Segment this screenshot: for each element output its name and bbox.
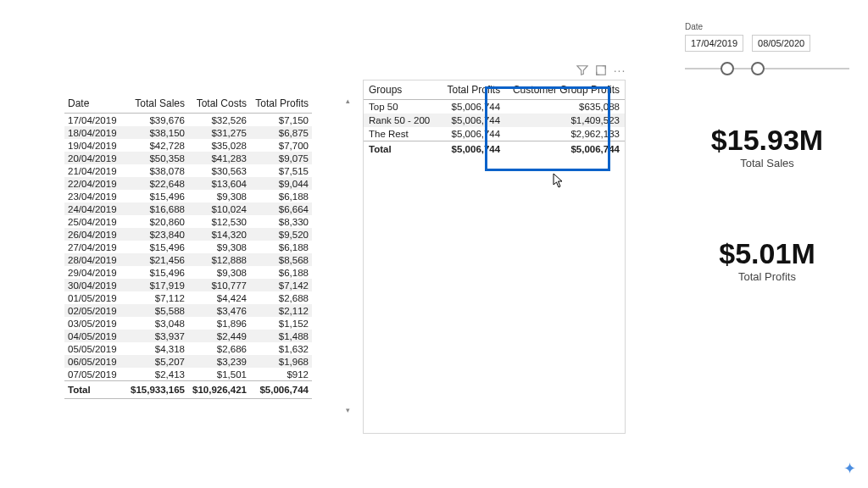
slider-handle-end[interactable]: [751, 62, 765, 75]
kpi-total-profits[interactable]: $5.01M Total Profits: [678, 237, 856, 283]
table-header-row: Date Total Sales Total Costs Total Profi…: [64, 95, 312, 114]
table-row[interactable]: 04/05/2019$3,937$2,449$1,488: [64, 330, 312, 342]
table-row[interactable]: 25/04/2019$20,860$12,530$8,330: [64, 215, 312, 228]
cell-date: 06/05/2019: [64, 355, 124, 368]
col-date[interactable]: Date: [64, 95, 124, 114]
table-row[interactable]: 03/05/2019$3,048$1,896$1,152: [64, 317, 312, 330]
cell-value: $10,024: [188, 202, 250, 215]
more-options-icon[interactable]: ···: [613, 64, 626, 77]
table-row[interactable]: Top 50$5,006,744$635,088: [364, 100, 625, 114]
table-row[interactable]: 24/04/2019$16,688$10,024$6,664: [64, 202, 312, 215]
table-row[interactable]: The Rest$5,006,744$2,962,133: [364, 127, 625, 141]
scroll-track[interactable]: [342, 106, 353, 404]
total-sales: $15,933,165: [124, 381, 188, 399]
total-costs: $10,926,421: [188, 381, 250, 399]
col-total-profits[interactable]: Total Profits: [436, 80, 505, 100]
cell-group: The Rest: [364, 127, 436, 141]
cell-value: $6,188: [250, 190, 312, 202]
cell-value: $32,526: [188, 114, 250, 127]
cell-date: 03/05/2019: [64, 317, 124, 330]
table-row[interactable]: 18/04/2019$38,150$31,275$6,875: [64, 126, 312, 139]
cell-value: $10,777: [188, 279, 250, 291]
col-groups[interactable]: Groups: [364, 80, 436, 100]
table-row[interactable]: 22/04/2019$22,648$13,604$9,044: [64, 177, 312, 190]
cell-value: $23,840: [124, 228, 188, 241]
table-row[interactable]: 05/05/2019$4,318$2,686$1,632: [64, 342, 312, 355]
date-slicer[interactable]: Date 17/04/2019 08/05/2020: [685, 22, 849, 77]
total-profits: $5,006,744: [436, 141, 505, 158]
scroll-down-icon[interactable]: ▾: [342, 404, 353, 415]
cell-value: $2,962,133: [505, 127, 625, 141]
cell-date: 17/04/2019: [64, 114, 124, 127]
date-end-input[interactable]: 08/05/2020: [752, 35, 810, 52]
cell-value: $1,632: [250, 342, 312, 355]
cell-value: $5,006,744: [436, 127, 505, 141]
cell-value: $2,449: [188, 330, 250, 342]
col-total-profits[interactable]: Total Profits: [250, 95, 312, 114]
slider-track[interactable]: [685, 68, 849, 69]
table-row[interactable]: 01/05/2019$7,112$4,424$2,688: [64, 291, 312, 304]
cell-value: $15,496: [124, 190, 188, 202]
filter-icon[interactable]: [576, 64, 589, 77]
table-row[interactable]: 27/04/2019$15,496$9,308$6,188: [64, 241, 312, 253]
cell-date: 01/05/2019: [64, 291, 124, 304]
kpi-label: Total Profits: [678, 270, 856, 283]
table-row[interactable]: 23/04/2019$15,496$9,308$6,188: [64, 190, 312, 202]
table-row[interactable]: 07/05/2019$2,413$1,501$912: [64, 368, 312, 381]
table-row[interactable]: 20/04/2019$50,358$41,283$9,075: [64, 152, 312, 164]
cell-date: 30/04/2019: [64, 279, 124, 291]
cell-value: $7,150: [250, 114, 312, 127]
table-row[interactable]: 29/04/2019$15,496$9,308$6,188: [64, 266, 312, 279]
date-start-input[interactable]: 17/04/2019: [685, 35, 743, 52]
cell-value: $20,860: [124, 215, 188, 228]
cell-value: $8,568: [250, 253, 312, 266]
table-row[interactable]: 30/04/2019$17,919$10,777$7,142: [64, 279, 312, 291]
table-header-row: Groups Total Profits Customer Group Prof…: [364, 80, 625, 100]
cell-value: $1,896: [188, 317, 250, 330]
table-row[interactable]: 26/04/2019$23,840$14,320$9,520: [64, 228, 312, 241]
cell-value: $15,496: [124, 241, 188, 253]
table-row[interactable]: Rank 50 - 200$5,006,744$1,409,523: [364, 114, 625, 127]
cell-value: $2,688: [250, 291, 312, 304]
col-total-costs[interactable]: Total Costs: [188, 95, 250, 114]
total-label: Total: [364, 141, 436, 158]
cell-value: $7,142: [250, 279, 312, 291]
cell-value: $15,496: [124, 266, 188, 279]
cell-value: $17,919: [124, 279, 188, 291]
cell-date: 26/04/2019: [64, 228, 124, 241]
table-row[interactable]: 02/05/2019$5,588$3,476$2,112: [64, 304, 312, 317]
cell-value: $12,888: [188, 253, 250, 266]
total-label: Total: [64, 381, 124, 399]
scroll-up-icon[interactable]: ▴: [342, 95, 353, 106]
table-row[interactable]: 06/05/2019$5,207$3,239$1,968: [64, 355, 312, 368]
kpi-value: $5.01M: [678, 237, 856, 270]
daily-table-visual[interactable]: Date Total Sales Total Costs Total Profi…: [64, 95, 312, 399]
table-row[interactable]: 17/04/2019$39,676$32,526$7,150: [64, 114, 312, 127]
cell-value: $9,308: [188, 190, 250, 202]
table-scrollbar[interactable]: ▴ ▾: [342, 95, 353, 415]
table-row[interactable]: 19/04/2019$42,728$35,028$7,700: [64, 139, 312, 152]
cell-value: $3,476: [188, 304, 250, 317]
brand-logo-icon: ✦: [843, 459, 856, 478]
table-row[interactable]: 21/04/2019$38,078$30,563$7,515: [64, 164, 312, 177]
kpi-total-sales[interactable]: $15.93M Total Sales: [678, 124, 856, 169]
table-total-row: Total $15,933,165 $10,926,421 $5,006,744: [64, 381, 312, 399]
slider-handle-start[interactable]: [721, 62, 734, 75]
col-customer-group-profits[interactable]: Customer Group Profits: [505, 80, 625, 100]
cell-group: Top 50: [364, 100, 436, 114]
col-total-sales[interactable]: Total Sales: [124, 95, 188, 114]
cell-value: $41,283: [188, 152, 250, 164]
cell-value: $9,308: [188, 266, 250, 279]
cell-value: $9,308: [188, 241, 250, 253]
groups-table-visual[interactable]: ··· Groups Total Profits Customer Group …: [363, 80, 626, 434]
cell-value: $6,875: [250, 126, 312, 139]
cell-value: $7,112: [124, 291, 188, 304]
slicer-title: Date: [685, 22, 849, 31]
cell-date: 24/04/2019: [64, 202, 124, 215]
cell-value: $16,688: [124, 202, 188, 215]
table-row[interactable]: 28/04/2019$21,456$12,888$8,568: [64, 253, 312, 266]
date-slider[interactable]: [685, 60, 849, 77]
focus-mode-icon[interactable]: [594, 64, 608, 77]
cell-value: $9,075: [250, 152, 312, 164]
cell-value: $38,078: [124, 164, 188, 177]
